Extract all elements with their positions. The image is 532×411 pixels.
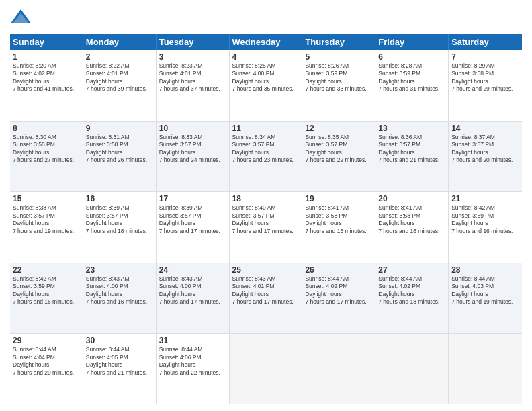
cell-details: Sunrise: 8:34 AM Sunset: 3:57 PM Dayligh…: [232, 134, 300, 165]
calendar-cell-day-22: 22 Sunrise: 8:42 AM Sunset: 3:59 PM Dayl…: [10, 263, 83, 334]
calendar-cell-day-2: 2 Sunrise: 8:22 AM Sunset: 4:01 PM Dayli…: [83, 50, 157, 121]
calendar-cell-day-3: 3 Sunrise: 8:23 AM Sunset: 4:01 PM Dayli…: [157, 50, 230, 121]
calendar-cell-day-9: 9 Sunrise: 8:31 AM Sunset: 3:58 PM Dayli…: [83, 122, 157, 192]
calendar: SundayMondayTuesdayWednesdayThursdayFrid…: [10, 34, 522, 404]
calendar-cell-day-1: 1 Sunrise: 8:20 AM Sunset: 4:02 PM Dayli…: [10, 50, 83, 121]
cell-details: Sunrise: 8:39 AM Sunset: 3:57 PM Dayligh…: [159, 204, 226, 235]
cell-details: Sunrise: 8:22 AM Sunset: 4:01 PM Dayligh…: [86, 62, 153, 93]
cell-details: Sunrise: 8:43 AM Sunset: 4:00 PM Dayligh…: [159, 275, 226, 306]
day-number: 3: [159, 52, 226, 62]
page: SundayMondayTuesdayWednesdayThursdayFrid…: [0, 0, 532, 411]
cell-details: Sunrise: 8:42 AM Sunset: 3:59 PM Dayligh…: [13, 275, 80, 306]
logo: [10, 7, 34, 28]
day-number: 2: [86, 52, 153, 62]
header-day-wednesday: Wednesday: [230, 34, 303, 50]
cell-details: Sunrise: 8:42 AM Sunset: 3:59 PM Dayligh…: [451, 204, 519, 235]
header-day-monday: Monday: [83, 34, 157, 50]
cell-details: Sunrise: 8:44 AM Sunset: 4:05 PM Dayligh…: [86, 346, 153, 377]
calendar-cell-day-21: 21 Sunrise: 8:42 AM Sunset: 3:59 PM Dayl…: [449, 192, 522, 263]
cell-details: Sunrise: 8:30 AM Sunset: 3:58 PM Dayligh…: [13, 134, 80, 165]
cell-details: Sunrise: 8:23 AM Sunset: 4:01 PM Dayligh…: [159, 62, 226, 93]
cell-details: Sunrise: 8:41 AM Sunset: 3:58 PM Dayligh…: [305, 204, 372, 235]
cell-details: Sunrise: 8:44 AM Sunset: 4:03 PM Dayligh…: [451, 275, 519, 306]
header-day-friday: Friday: [375, 34, 449, 50]
calendar-cell-day-25: 25 Sunrise: 8:43 AM Sunset: 4:01 PM Dayl…: [230, 263, 303, 334]
day-number: 19: [305, 194, 372, 203]
calendar-cell-empty: [449, 334, 522, 404]
day-number: 31: [159, 336, 226, 345]
cell-details: Sunrise: 8:44 AM Sunset: 4:02 PM Dayligh…: [305, 275, 372, 306]
calendar-cell-day-29: 29 Sunrise: 8:44 AM Sunset: 4:04 PM Dayl…: [10, 334, 83, 404]
cell-details: Sunrise: 8:44 AM Sunset: 4:06 PM Dayligh…: [159, 346, 226, 377]
day-number: 30: [86, 336, 153, 345]
calendar-row: 15 Sunrise: 8:38 AM Sunset: 3:57 PM Dayl…: [10, 192, 522, 263]
cell-details: Sunrise: 8:31 AM Sunset: 3:58 PM Dayligh…: [86, 134, 153, 165]
day-number: 4: [232, 52, 300, 62]
calendar-header: SundayMondayTuesdayWednesdayThursdayFrid…: [10, 34, 522, 50]
day-number: 26: [305, 265, 372, 275]
cell-details: Sunrise: 8:43 AM Sunset: 4:00 PM Dayligh…: [86, 275, 153, 306]
calendar-cell-day-7: 7 Sunrise: 8:29 AM Sunset: 3:58 PM Dayli…: [449, 50, 522, 121]
calendar-cell-day-13: 13 Sunrise: 8:36 AM Sunset: 3:57 PM Dayl…: [375, 122, 449, 192]
day-number: 13: [378, 124, 445, 133]
day-number: 25: [232, 265, 300, 275]
cell-details: Sunrise: 8:25 AM Sunset: 4:00 PM Dayligh…: [232, 62, 300, 93]
calendar-cell-day-28: 28 Sunrise: 8:44 AM Sunset: 4:03 PM Dayl…: [449, 263, 522, 334]
calendar-cell-day-4: 4 Sunrise: 8:25 AM Sunset: 4:00 PM Dayli…: [230, 50, 303, 121]
day-number: 7: [451, 52, 519, 62]
calendar-cell-day-15: 15 Sunrise: 8:38 AM Sunset: 3:57 PM Dayl…: [10, 192, 83, 263]
cell-details: Sunrise: 8:35 AM Sunset: 3:57 PM Dayligh…: [305, 134, 372, 165]
header-day-thursday: Thursday: [302, 34, 375, 50]
calendar-cell-day-10: 10 Sunrise: 8:33 AM Sunset: 3:57 PM Dayl…: [157, 122, 230, 192]
day-number: 16: [86, 194, 153, 203]
calendar-cell-day-18: 18 Sunrise: 8:40 AM Sunset: 3:57 PM Dayl…: [230, 192, 303, 263]
header-day-sunday: Sunday: [10, 34, 83, 50]
calendar-row: 1 Sunrise: 8:20 AM Sunset: 4:02 PM Dayli…: [10, 50, 522, 122]
day-number: 23: [86, 265, 153, 275]
calendar-cell-day-5: 5 Sunrise: 8:26 AM Sunset: 3:59 PM Dayli…: [302, 50, 375, 121]
calendar-cell-day-20: 20 Sunrise: 8:41 AM Sunset: 3:58 PM Dayl…: [375, 192, 449, 263]
day-number: 24: [159, 265, 226, 275]
day-number: 6: [378, 52, 445, 62]
calendar-cell-empty: [375, 334, 449, 404]
cell-details: Sunrise: 8:29 AM Sunset: 3:58 PM Dayligh…: [451, 62, 519, 93]
calendar-cell-day-8: 8 Sunrise: 8:30 AM Sunset: 3:58 PM Dayli…: [10, 122, 83, 192]
header-day-saturday: Saturday: [449, 34, 522, 50]
day-number: 29: [13, 336, 80, 345]
logo-icon: [10, 7, 32, 28]
calendar-body: 1 Sunrise: 8:20 AM Sunset: 4:02 PM Dayli…: [10, 50, 522, 404]
cell-details: Sunrise: 8:28 AM Sunset: 3:59 PM Dayligh…: [378, 62, 445, 93]
calendar-cell-day-14: 14 Sunrise: 8:37 AM Sunset: 3:57 PM Dayl…: [449, 122, 522, 192]
day-number: 10: [159, 124, 226, 133]
calendar-cell-day-24: 24 Sunrise: 8:43 AM Sunset: 4:00 PM Dayl…: [157, 263, 230, 334]
day-number: 1: [13, 52, 80, 62]
cell-details: Sunrise: 8:43 AM Sunset: 4:01 PM Dayligh…: [232, 275, 300, 306]
day-number: 22: [13, 265, 80, 275]
day-number: 28: [451, 265, 519, 275]
day-number: 18: [232, 194, 300, 203]
cell-details: Sunrise: 8:20 AM Sunset: 4:02 PM Dayligh…: [13, 62, 80, 93]
day-number: 17: [159, 194, 226, 203]
header-day-tuesday: Tuesday: [157, 34, 230, 50]
calendar-cell-day-16: 16 Sunrise: 8:39 AM Sunset: 3:57 PM Dayl…: [83, 192, 157, 263]
day-number: 20: [378, 194, 445, 203]
cell-details: Sunrise: 8:40 AM Sunset: 3:57 PM Dayligh…: [232, 204, 300, 235]
calendar-cell-day-19: 19 Sunrise: 8:41 AM Sunset: 3:58 PM Dayl…: [302, 192, 375, 263]
calendar-cell-day-26: 26 Sunrise: 8:44 AM Sunset: 4:02 PM Dayl…: [302, 263, 375, 334]
cell-details: Sunrise: 8:41 AM Sunset: 3:58 PM Dayligh…: [378, 204, 445, 235]
cell-details: Sunrise: 8:33 AM Sunset: 3:57 PM Dayligh…: [159, 134, 226, 165]
day-number: 15: [13, 194, 80, 203]
cell-details: Sunrise: 8:36 AM Sunset: 3:57 PM Dayligh…: [378, 134, 445, 165]
calendar-cell-day-12: 12 Sunrise: 8:35 AM Sunset: 3:57 PM Dayl…: [302, 122, 375, 192]
calendar-row: 29 Sunrise: 8:44 AM Sunset: 4:04 PM Dayl…: [10, 334, 522, 404]
calendar-cell-day-17: 17 Sunrise: 8:39 AM Sunset: 3:57 PM Dayl…: [157, 192, 230, 263]
day-number: 9: [86, 124, 153, 133]
day-number: 12: [305, 124, 372, 133]
day-number: 11: [232, 124, 300, 133]
cell-details: Sunrise: 8:44 AM Sunset: 4:04 PM Dayligh…: [13, 346, 80, 377]
calendar-cell-day-27: 27 Sunrise: 8:44 AM Sunset: 4:02 PM Dayl…: [375, 263, 449, 334]
day-number: 14: [451, 124, 519, 133]
calendar-cell-empty: [302, 334, 375, 404]
day-number: 5: [305, 52, 372, 62]
cell-details: Sunrise: 8:44 AM Sunset: 4:02 PM Dayligh…: [378, 275, 445, 306]
